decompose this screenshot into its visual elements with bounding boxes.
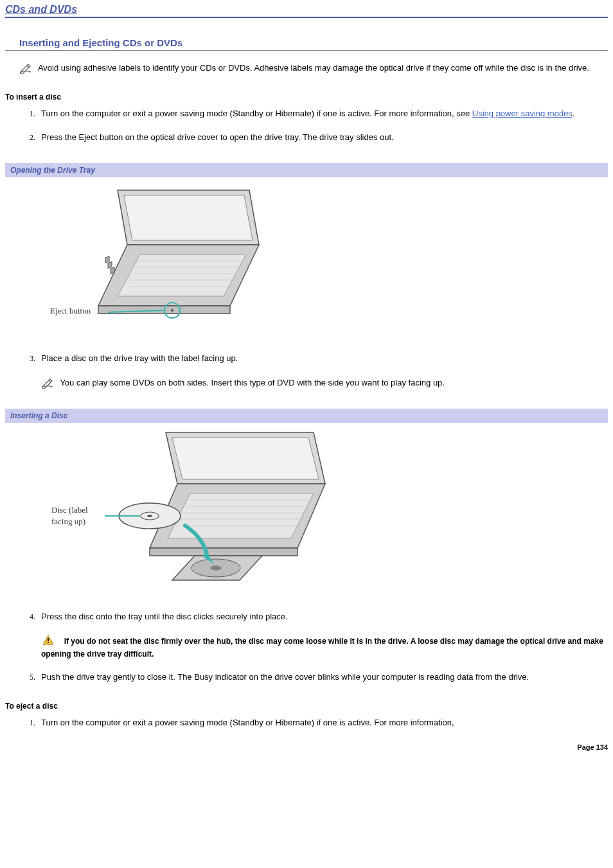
figure-1-illustration: Eject button xyxy=(44,184,275,332)
pencil-note-icon xyxy=(19,64,33,74)
svg-marker-1 xyxy=(124,195,253,240)
figure-1: Eject button xyxy=(5,177,608,353)
svg-point-28 xyxy=(211,566,221,570)
note-text: Avoid using adhesive labels to identify … xyxy=(38,63,589,73)
page-number: Page 134 xyxy=(577,743,608,751)
step-4-warning-text: If you do not seat the disc firmly over … xyxy=(41,637,603,659)
step-3: Place a disc on the drive tray with the … xyxy=(37,353,608,390)
svg-rect-11 xyxy=(108,261,112,268)
svg-rect-36 xyxy=(48,642,49,643)
figure-2-label-1: Disc (label xyxy=(51,505,88,515)
sub-heading-eject: To eject a disc xyxy=(5,702,608,711)
svg-marker-17 xyxy=(172,438,319,479)
page-title: CDs and DVDs xyxy=(5,4,608,18)
step-1-text-b: . xyxy=(573,109,575,118)
svg-marker-19 xyxy=(168,493,314,538)
eject-steps-list: Turn on the computer or exit a power sav… xyxy=(18,717,608,729)
svg-rect-35 xyxy=(48,638,49,641)
insert-steps-list-cont: Place a disc on the drive tray with the … xyxy=(18,353,608,390)
eject-step-1: Turn on the computer or exit a power sav… xyxy=(37,717,608,729)
link-power-saving-modes[interactable]: Using power saving modes xyxy=(472,109,573,118)
svg-rect-12 xyxy=(111,267,114,273)
step-3-text: Place a disc on the drive tray with the … xyxy=(41,353,238,363)
sub-heading-insert: To insert a disc xyxy=(5,93,608,102)
step-5: Push the drive tray gently to close it. … xyxy=(37,671,608,684)
figure-1-label: Eject button xyxy=(50,306,91,315)
figure-2-caption: Inserting a Disc xyxy=(5,409,608,423)
insert-steps-list: Turn on the computer or exit a power sav… xyxy=(18,108,608,144)
section-heading: Inserting and Ejecting CDs or DVDs xyxy=(5,37,608,51)
figure-2-illustration: Disc (label facing up) xyxy=(44,429,333,590)
note-adhesive-labels: Avoid using adhesive labels to identify … xyxy=(5,62,608,75)
step-4: Press the disc onto the tray until the d… xyxy=(37,611,608,660)
svg-point-32 xyxy=(147,515,152,517)
step-1-text-a: Turn on the computer or exit a power sav… xyxy=(41,109,472,118)
svg-point-14 xyxy=(171,309,173,312)
step-3-note-text: You can play some DVDs on both sides. In… xyxy=(60,378,445,387)
figure-2: Disc (label facing up) xyxy=(5,423,608,611)
step-2: Press the Eject button on the optical dr… xyxy=(37,132,608,144)
step-3-note: You can play some DVDs on both sides. In… xyxy=(41,377,608,389)
insert-steps-list-cont2: Press the disc onto the tray until the d… xyxy=(18,611,608,684)
figure-1-caption: Opening the Drive Tray xyxy=(5,163,608,177)
svg-rect-10 xyxy=(105,256,109,262)
pencil-note-icon xyxy=(41,378,55,389)
step-4-text: Press the disc onto the tray until the d… xyxy=(41,612,288,621)
figure-2-label-2: facing up) xyxy=(51,517,85,526)
svg-marker-25 xyxy=(150,548,298,556)
step-4-warning: If you do not seat the disc firmly over … xyxy=(41,635,608,660)
warning-icon xyxy=(42,635,54,648)
step-1: Turn on the computer or exit a power sav… xyxy=(37,108,608,120)
